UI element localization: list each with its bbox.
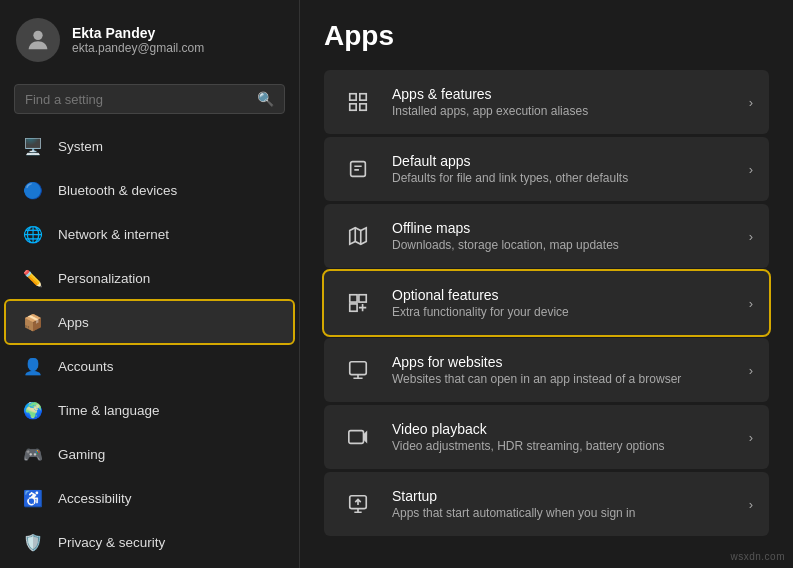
gaming-icon: 🎮 [22,443,44,465]
offline-maps-desc: Downloads, storage location, map updates [392,238,733,252]
search-bar[interactable]: 🔍 [14,84,285,114]
startup-desc: Apps that start automatically when you s… [392,506,733,520]
settings-list: Apps & features Installed apps, app exec… [324,70,769,536]
svg-rect-3 [350,104,356,110]
sidebar-item-network[interactable]: 🌐 Network & internet [6,213,293,255]
sidebar-item-privacy[interactable]: 🛡️ Privacy & security [6,521,293,563]
search-input[interactable] [25,92,249,107]
watermark: wsxdn.com [730,551,785,562]
apps-features-desc: Installed apps, app execution aliases [392,104,733,118]
svg-rect-10 [359,295,366,302]
video-playback-chevron: › [749,430,753,445]
settings-item-default-apps[interactable]: Default apps Defaults for file and link … [324,137,769,201]
settings-item-video-playback[interactable]: Video playback Video adjustments, HDR st… [324,405,769,469]
offline-maps-icon [340,218,376,254]
offline-maps-text: Offline maps Downloads, storage location… [392,220,733,252]
sidebar-item-label: Privacy & security [58,535,165,550]
default-apps-desc: Defaults for file and link types, other … [392,171,733,185]
sidebar-item-time[interactable]: 🌍 Time & language [6,389,293,431]
offline-maps-chevron: › [749,229,753,244]
sidebar-item-label: Bluetooth & devices [58,183,177,198]
startup-title: Startup [392,488,733,504]
svg-rect-12 [350,362,367,375]
svg-point-0 [33,31,42,40]
time-icon: 🌍 [22,399,44,421]
apps-websites-icon [340,352,376,388]
video-playback-desc: Video adjustments, HDR streaming, batter… [392,439,733,453]
network-icon: 🌐 [22,223,44,245]
avatar [16,18,60,62]
accessibility-icon: ♿ [22,487,44,509]
sidebar-item-apps[interactable]: 📦 Apps [6,301,293,343]
svg-rect-1 [350,94,356,100]
offline-maps-title: Offline maps [392,220,733,236]
search-icon: 🔍 [257,91,274,107]
video-playback-text: Video playback Video adjustments, HDR st… [392,421,733,453]
apps-websites-chevron: › [749,363,753,378]
sidebar-item-accounts[interactable]: 👤 Accounts [6,345,293,387]
default-apps-icon [340,151,376,187]
apps-websites-text: Apps for websites Websites that can open… [392,354,733,386]
sidebar-item-label: Personalization [58,271,150,286]
video-playback-title: Video playback [392,421,733,437]
default-apps-chevron: › [749,162,753,177]
user-name: Ekta Pandey [72,25,204,41]
user-profile[interactable]: Ekta Pandey ekta.pandey@gmail.com [0,0,299,78]
optional-features-icon [340,285,376,321]
user-email: ekta.pandey@gmail.com [72,41,204,55]
optional-features-title: Optional features [392,287,733,303]
apps-icon: 📦 [22,311,44,333]
sidebar-item-label: System [58,139,103,154]
sidebar-item-label: Apps [58,315,89,330]
apps-features-title: Apps & features [392,86,733,102]
page-title: Apps [324,20,769,52]
sidebar-item-gaming[interactable]: 🎮 Gaming [6,433,293,475]
default-apps-text: Default apps Defaults for file and link … [392,153,733,185]
svg-rect-5 [351,162,366,177]
sidebar: Ekta Pandey ekta.pandey@gmail.com 🔍 🖥️ S… [0,0,300,568]
settings-item-optional-features[interactable]: Optional features Extra functionality fo… [324,271,769,335]
video-playback-icon [340,419,376,455]
sidebar-item-bluetooth[interactable]: 🔵 Bluetooth & devices [6,169,293,211]
optional-features-desc: Extra functionality for your device [392,305,733,319]
apps-websites-title: Apps for websites [392,354,733,370]
settings-item-startup[interactable]: Startup Apps that start automatically wh… [324,472,769,536]
sidebar-item-accessibility[interactable]: ♿ Accessibility [6,477,293,519]
settings-item-offline-maps[interactable]: Offline maps Downloads, storage location… [324,204,769,268]
system-icon: 🖥️ [22,135,44,157]
sidebar-item-label: Accessibility [58,491,132,506]
sidebar-item-system[interactable]: 🖥️ System [6,125,293,167]
apps-features-text: Apps & features Installed apps, app exec… [392,86,733,118]
svg-rect-9 [350,295,357,302]
sidebar-item-label: Network & internet [58,227,169,242]
svg-rect-4 [360,104,366,110]
startup-icon [340,486,376,522]
apps-features-chevron: › [749,95,753,110]
settings-item-apps-features[interactable]: Apps & features Installed apps, app exec… [324,70,769,134]
sidebar-item-label: Accounts [58,359,114,374]
personalization-icon: ✏️ [22,267,44,289]
sidebar-item-label: Time & language [58,403,160,418]
settings-item-apps-websites[interactable]: Apps for websites Websites that can open… [324,338,769,402]
default-apps-title: Default apps [392,153,733,169]
svg-marker-6 [350,228,367,245]
sidebar-item-label: Gaming [58,447,105,462]
privacy-icon: 🛡️ [22,531,44,553]
optional-features-chevron: › [749,296,753,311]
sidebar-item-personalization[interactable]: ✏️ Personalization [6,257,293,299]
accounts-icon: 👤 [22,355,44,377]
main-content: Apps Apps & features Installed apps, app… [300,0,793,568]
user-info: Ekta Pandey ekta.pandey@gmail.com [72,25,204,55]
optional-features-text: Optional features Extra functionality fo… [392,287,733,319]
svg-rect-11 [350,304,357,311]
svg-rect-13 [349,431,364,444]
startup-text: Startup Apps that start automatically wh… [392,488,733,520]
nav-list: 🖥️ System 🔵 Bluetooth & devices 🌐 Networ… [0,124,299,568]
apps-websites-desc: Websites that can open in an app instead… [392,372,733,386]
bluetooth-icon: 🔵 [22,179,44,201]
apps-features-icon [340,84,376,120]
svg-rect-2 [360,94,366,100]
startup-chevron: › [749,497,753,512]
